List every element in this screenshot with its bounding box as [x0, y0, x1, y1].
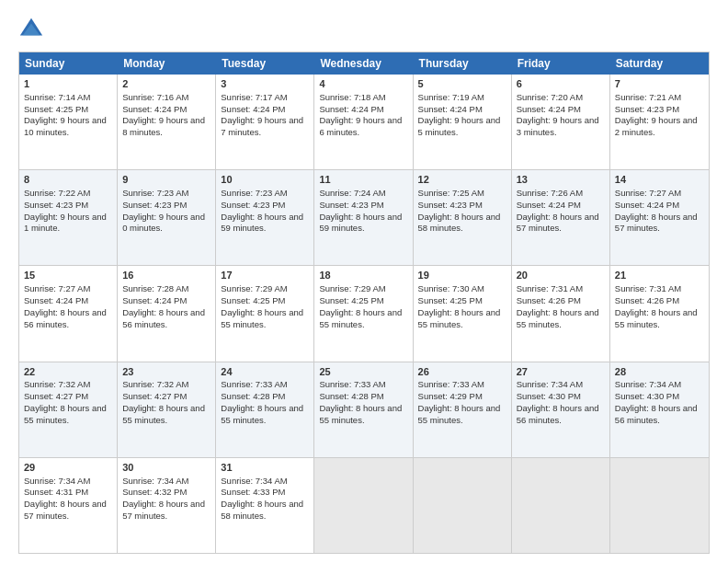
- empty-cell: [512, 458, 610, 553]
- day-number: 6: [517, 77, 605, 91]
- sunrise-text: Sunrise: 7:23 AM: [122, 188, 188, 198]
- calendar-body: 1Sunrise: 7:14 AMSunset: 4:25 PMDaylight…: [19, 75, 709, 553]
- sunrise-text: Sunrise: 7:32 AM: [122, 379, 188, 389]
- day-cell-5: 5Sunrise: 7:19 AMSunset: 4:24 PMDaylight…: [414, 75, 512, 169]
- header-day-saturday: Saturday: [610, 52, 709, 75]
- day-cell-30: 30Sunrise: 7:34 AMSunset: 4:32 PMDayligh…: [118, 458, 216, 553]
- day-number: 19: [418, 269, 506, 282]
- sunset-text: Sunset: 4:25 PM: [24, 104, 88, 114]
- sunrise-text: Sunrise: 7:28 AM: [122, 283, 188, 293]
- daylight-text: Daylight: 9 hours and 6 minutes.: [319, 115, 402, 137]
- daylight-text: Daylight: 9 hours and 7 minutes.: [221, 115, 303, 137]
- day-cell-22: 22Sunrise: 7:32 AMSunset: 4:27 PMDayligh…: [19, 362, 118, 457]
- daylight-text: Daylight: 8 hours and 58 minutes.: [221, 499, 303, 521]
- sunset-text: Sunset: 4:24 PM: [221, 104, 285, 114]
- sunrise-text: Sunrise: 7:25 AM: [418, 188, 484, 198]
- sunset-text: Sunset: 4:23 PM: [122, 200, 187, 210]
- day-number: 18: [319, 269, 407, 282]
- sunrise-text: Sunrise: 7:22 AM: [24, 188, 90, 198]
- sunrise-text: Sunrise: 7:30 AM: [418, 283, 484, 293]
- sunrise-text: Sunrise: 7:34 AM: [221, 476, 287, 486]
- sunrise-text: Sunrise: 7:32 AM: [24, 379, 90, 389]
- week-row-5: 29Sunrise: 7:34 AMSunset: 4:31 PMDayligh…: [19, 458, 709, 553]
- sunrise-text: Sunrise: 7:16 AM: [122, 92, 188, 102]
- sunrise-text: Sunrise: 7:31 AM: [615, 283, 681, 293]
- daylight-text: Daylight: 9 hours and 3 minutes.: [517, 115, 599, 137]
- day-number: 10: [221, 173, 309, 187]
- day-number: 29: [24, 461, 112, 475]
- sunset-text: Sunset: 4:24 PM: [418, 104, 483, 114]
- day-number: 31: [221, 461, 309, 475]
- daylight-text: Daylight: 8 hours and 58 minutes.: [418, 212, 501, 234]
- sunrise-text: Sunrise: 7:19 AM: [418, 92, 484, 102]
- sunrise-text: Sunrise: 7:33 AM: [221, 379, 287, 389]
- daylight-text: Daylight: 8 hours and 55 minutes.: [615, 307, 698, 329]
- day-number: 28: [615, 365, 704, 379]
- sunset-text: Sunset: 4:23 PM: [319, 200, 383, 210]
- sunrise-text: Sunrise: 7:34 AM: [615, 379, 681, 389]
- day-cell-19: 19Sunrise: 7:30 AMSunset: 4:25 PMDayligh…: [414, 266, 512, 361]
- day-cell-1: 1Sunrise: 7:14 AMSunset: 4:25 PMDaylight…: [19, 75, 118, 169]
- sunset-text: Sunset: 4:23 PM: [24, 200, 88, 210]
- day-number: 23: [122, 365, 210, 379]
- calendar: SundayMondayTuesdayWednesdayThursdayFrid…: [18, 52, 710, 554]
- daylight-text: Daylight: 8 hours and 55 minutes.: [24, 403, 107, 425]
- day-cell-24: 24Sunrise: 7:33 AMSunset: 4:28 PMDayligh…: [216, 362, 314, 457]
- sunset-text: Sunset: 4:24 PM: [122, 295, 187, 305]
- daylight-text: Daylight: 8 hours and 55 minutes.: [517, 307, 599, 329]
- sunrise-text: Sunrise: 7:26 AM: [517, 188, 583, 198]
- sunrise-text: Sunrise: 7:34 AM: [517, 379, 583, 389]
- sunrise-text: Sunrise: 7:17 AM: [221, 92, 287, 102]
- day-number: 9: [122, 173, 210, 187]
- day-cell-18: 18Sunrise: 7:29 AMSunset: 4:25 PMDayligh…: [314, 266, 413, 361]
- daylight-text: Daylight: 8 hours and 56 minutes.: [24, 307, 107, 329]
- sunset-text: Sunset: 4:32 PM: [122, 487, 187, 497]
- page: SundayMondayTuesdayWednesdayThursdayFrid…: [0, 0, 728, 563]
- day-cell-23: 23Sunrise: 7:32 AMSunset: 4:27 PMDayligh…: [118, 362, 216, 457]
- sunset-text: Sunset: 4:24 PM: [517, 200, 581, 210]
- day-number: 1: [24, 77, 112, 91]
- daylight-text: Daylight: 8 hours and 56 minutes.: [517, 403, 599, 425]
- sunset-text: Sunset: 4:24 PM: [615, 200, 679, 210]
- daylight-text: Daylight: 8 hours and 56 minutes.: [122, 307, 205, 329]
- day-number: 15: [24, 269, 112, 282]
- sunset-text: Sunset: 4:23 PM: [615, 104, 679, 114]
- daylight-text: Daylight: 9 hours and 2 minutes.: [615, 115, 698, 137]
- day-number: 26: [418, 365, 506, 379]
- sunset-text: Sunset: 4:33 PM: [221, 487, 285, 497]
- day-number: 7: [615, 77, 704, 91]
- sunset-text: Sunset: 4:24 PM: [24, 295, 88, 305]
- day-number: 25: [319, 365, 407, 379]
- day-number: 11: [319, 173, 407, 187]
- day-number: 24: [221, 365, 309, 379]
- day-cell-15: 15Sunrise: 7:27 AMSunset: 4:24 PMDayligh…: [19, 266, 118, 361]
- empty-cell: [414, 458, 512, 553]
- sunrise-text: Sunrise: 7:23 AM: [221, 188, 287, 198]
- day-cell-7: 7Sunrise: 7:21 AMSunset: 4:23 PMDaylight…: [610, 75, 709, 169]
- sunset-text: Sunset: 4:28 PM: [221, 391, 285, 401]
- day-cell-17: 17Sunrise: 7:29 AMSunset: 4:25 PMDayligh…: [216, 266, 314, 361]
- sunset-text: Sunset: 4:28 PM: [319, 391, 383, 401]
- day-cell-10: 10Sunrise: 7:23 AMSunset: 4:23 PMDayligh…: [216, 170, 314, 265]
- sunset-text: Sunset: 4:24 PM: [517, 104, 581, 114]
- daylight-text: Daylight: 8 hours and 57 minutes.: [615, 212, 698, 234]
- sunset-text: Sunset: 4:26 PM: [517, 295, 581, 305]
- header-day-wednesday: Wednesday: [314, 52, 413, 75]
- day-number: 8: [24, 173, 112, 187]
- sunrise-text: Sunrise: 7:14 AM: [24, 92, 90, 102]
- sunrise-text: Sunrise: 7:29 AM: [319, 283, 385, 293]
- week-row-4: 22Sunrise: 7:32 AMSunset: 4:27 PMDayligh…: [19, 362, 709, 458]
- day-number: 21: [615, 269, 704, 282]
- sunset-text: Sunset: 4:30 PM: [615, 391, 679, 401]
- day-number: 12: [418, 173, 506, 187]
- day-cell-13: 13Sunrise: 7:26 AMSunset: 4:24 PMDayligh…: [512, 170, 610, 265]
- week-row-3: 15Sunrise: 7:27 AMSunset: 4:24 PMDayligh…: [19, 266, 709, 362]
- sunrise-text: Sunrise: 7:24 AM: [319, 188, 385, 198]
- sunset-text: Sunset: 4:25 PM: [418, 295, 483, 305]
- header-day-thursday: Thursday: [414, 52, 512, 75]
- sunrise-text: Sunrise: 7:21 AM: [615, 92, 681, 102]
- empty-cell: [610, 458, 709, 553]
- sunset-text: Sunset: 4:24 PM: [122, 104, 187, 114]
- day-number: 17: [221, 269, 309, 282]
- day-number: 14: [615, 173, 704, 187]
